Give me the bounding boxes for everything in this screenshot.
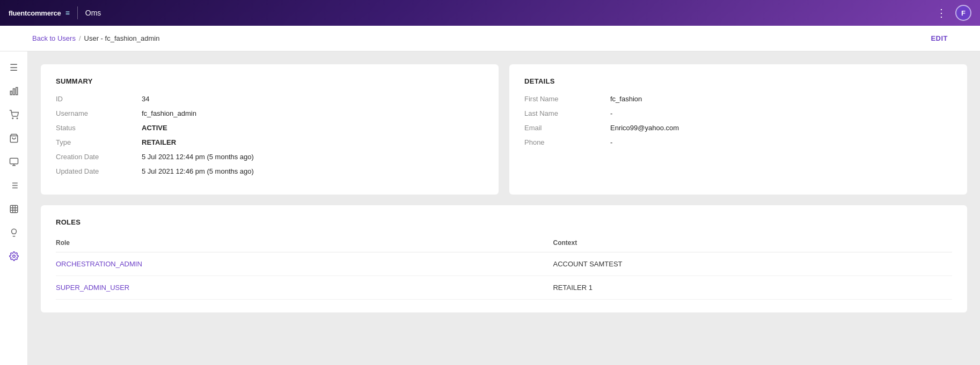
main-content: SUMMARY ID 34 Username fc_fashion_admin … bbox=[28, 51, 980, 365]
field-email: Email Enrico99@yahoo.com bbox=[524, 124, 952, 132]
svg-rect-2 bbox=[16, 87, 17, 95]
app-name: Oms bbox=[85, 9, 101, 17]
field-updated-date-value: 5 Jul 2021 12:46 pm (5 months ago) bbox=[142, 167, 254, 175]
edit-button[interactable]: EDIT bbox=[931, 34, 948, 42]
field-phone: Phone - bbox=[524, 138, 952, 146]
field-email-value: Enrico99@yahoo.com bbox=[610, 124, 679, 132]
summary-title: SUMMARY bbox=[56, 77, 484, 85]
sidebar-icon-cart[interactable] bbox=[4, 105, 24, 124]
top-navigation: fluentcommerce ≡ Oms ⋮ F bbox=[0, 0, 980, 26]
field-last-name: Last Name - bbox=[524, 109, 952, 117]
roles-col-role: Role bbox=[56, 235, 553, 252]
field-id: ID 34 bbox=[56, 95, 484, 103]
field-first-name-label: First Name bbox=[524, 95, 610, 103]
sidebar-icon-bag[interactable] bbox=[4, 129, 24, 148]
roles-col-context: Context bbox=[553, 235, 952, 252]
field-id-label: ID bbox=[56, 95, 142, 103]
role-context-orchestration: ACCOUNT SAMTEST bbox=[553, 252, 952, 276]
sidebar-icon-hamburger[interactable]: ☰ bbox=[4, 58, 24, 77]
svg-rect-1 bbox=[13, 89, 14, 95]
field-updated-date: Updated Date 5 Jul 2021 12:46 pm (5 mont… bbox=[56, 167, 484, 175]
role-link-super-admin[interactable]: SUPER_ADMIN_USER bbox=[56, 284, 129, 292]
svg-rect-6 bbox=[10, 158, 18, 164]
sidebar-icon-table[interactable] bbox=[4, 199, 24, 219]
svg-point-4 bbox=[17, 118, 18, 119]
svg-point-3 bbox=[12, 118, 13, 119]
field-type: Type RETAILER bbox=[56, 138, 484, 146]
nav-divider bbox=[77, 6, 78, 19]
field-status: Status ACTIVE bbox=[56, 124, 484, 132]
sidebar-icon-screen[interactable] bbox=[4, 152, 24, 172]
details-card: DETAILS First Name fc_fashion Last Name … bbox=[509, 64, 967, 195]
role-context-super-admin: RETAILER 1 bbox=[553, 276, 952, 300]
field-username-value: fc_fashion_admin bbox=[142, 109, 196, 117]
field-id-value: 34 bbox=[142, 95, 149, 103]
field-status-value: ACTIVE bbox=[142, 124, 167, 132]
field-username: Username fc_fashion_admin bbox=[56, 109, 484, 117]
field-creation-date: Creation Date 5 Jul 2021 12:44 pm (5 mon… bbox=[56, 153, 484, 161]
sidebar-icon-list[interactable] bbox=[4, 176, 24, 195]
breadcrumb-current: User - fc_fashion_admin bbox=[84, 34, 160, 42]
field-type-label: Type bbox=[56, 138, 142, 146]
sidebar-icon-chart[interactable] bbox=[4, 81, 24, 101]
field-updated-date-label: Updated Date bbox=[56, 167, 142, 175]
roles-table: Role Context ORCHESTRATION_ADMIN ACCOUNT… bbox=[56, 235, 952, 300]
field-creation-date-value: 5 Jul 2021 12:44 pm (5 months ago) bbox=[142, 153, 254, 161]
back-to-users-link[interactable]: Back to Users bbox=[32, 34, 76, 42]
more-options-button[interactable]: ⋮ bbox=[936, 8, 947, 18]
page-layout: ☰ SUMMARY bbox=[0, 51, 980, 365]
field-phone-label: Phone bbox=[524, 138, 610, 146]
sidebar-icon-bulb[interactable] bbox=[4, 223, 24, 242]
roles-card: ROLES Role Context ORCHESTRATION_ADMIN A… bbox=[41, 205, 967, 312]
breadcrumb-separator: / bbox=[79, 34, 81, 42]
svg-rect-15 bbox=[10, 205, 18, 213]
table-row: SUPER_ADMIN_USER RETAILER 1 bbox=[56, 276, 952, 300]
field-type-value: RETAILER bbox=[142, 138, 176, 146]
sidebar-icon-gear[interactable] bbox=[4, 247, 24, 266]
field-phone-value: - bbox=[610, 138, 612, 146]
roles-title: ROLES bbox=[56, 218, 952, 226]
sidebar: ☰ bbox=[0, 51, 28, 365]
cards-row: SUMMARY ID 34 Username fc_fashion_admin … bbox=[41, 64, 967, 195]
details-title: DETAILS bbox=[524, 77, 952, 85]
field-status-label: Status bbox=[56, 124, 142, 132]
summary-card: SUMMARY ID 34 Username fc_fashion_admin … bbox=[41, 64, 499, 195]
field-first-name-value: fc_fashion bbox=[610, 95, 642, 103]
logo: fluentcommerce ≡ bbox=[9, 9, 70, 17]
role-link-orchestration[interactable]: ORCHESTRATION_ADMIN bbox=[56, 260, 142, 268]
field-creation-date-label: Creation Date bbox=[56, 153, 142, 161]
field-last-name-value: - bbox=[610, 109, 612, 117]
field-last-name-label: Last Name bbox=[524, 109, 610, 117]
svg-point-20 bbox=[12, 255, 15, 258]
field-username-label: Username bbox=[56, 109, 142, 117]
nav-right: ⋮ F bbox=[936, 5, 971, 21]
svg-rect-0 bbox=[10, 91, 12, 95]
field-first-name: First Name fc_fashion bbox=[524, 95, 952, 103]
field-email-label: Email bbox=[524, 124, 610, 132]
logo-text: fluentcommerce bbox=[9, 9, 61, 17]
breadcrumb-bar: Back to Users / User - fc_fashion_admin … bbox=[0, 26, 980, 51]
user-avatar[interactable]: F bbox=[955, 5, 971, 21]
breadcrumb: Back to Users / User - fc_fashion_admin bbox=[32, 34, 931, 42]
table-row: ORCHESTRATION_ADMIN ACCOUNT SAMTEST bbox=[56, 252, 952, 276]
logo-symbol: ≡ bbox=[65, 9, 70, 17]
